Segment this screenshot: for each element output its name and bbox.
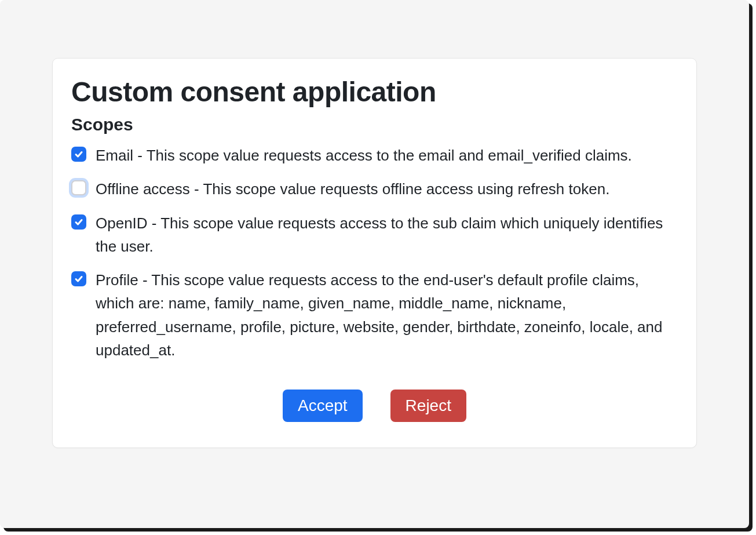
scope-item-email: Email - This scope value requests access… <box>71 144 678 167</box>
check-icon <box>74 274 83 283</box>
scope-label-profile: Profile - This scope value requests acce… <box>96 268 678 362</box>
scope-list: Email - This scope value requests access… <box>71 144 678 362</box>
page-title: Custom consent application <box>71 76 678 108</box>
checkbox-offline-access[interactable] <box>71 180 86 195</box>
scopes-heading: Scopes <box>71 115 678 134</box>
checkbox-openid[interactable] <box>71 214 86 230</box>
check-icon <box>74 150 83 159</box>
scope-item-profile: Profile - This scope value requests acce… <box>71 268 678 362</box>
scope-label-offline-access: Offline access - This scope value reques… <box>96 177 609 201</box>
scope-label-email: Email - This scope value requests access… <box>96 144 632 167</box>
reject-button[interactable]: Reject <box>390 390 466 422</box>
action-buttons: Accept Reject <box>71 390 678 422</box>
consent-card: Custom consent application Scopes Email … <box>52 58 697 448</box>
checkbox-email[interactable] <box>71 147 86 162</box>
window-frame: Custom consent application Scopes Email … <box>0 0 749 528</box>
scope-label-openid: OpenID - This scope value requests acces… <box>96 212 678 259</box>
scope-item-openid: OpenID - This scope value requests acces… <box>71 212 678 259</box>
accept-button[interactable]: Accept <box>283 390 363 422</box>
checkbox-profile[interactable] <box>71 271 86 286</box>
check-icon <box>74 217 83 227</box>
scope-item-offline-access: Offline access - This scope value reques… <box>71 177 678 201</box>
